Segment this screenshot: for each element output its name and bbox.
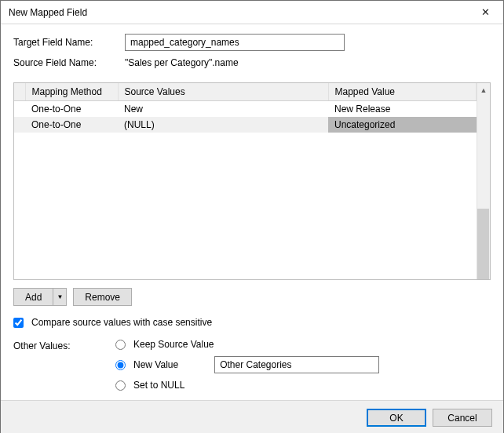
add-dropdown-arrow[interactable]: ▼: [53, 289, 66, 305]
target-field-row: Target Field Name:: [13, 34, 491, 51]
ok-button[interactable]: OK: [367, 409, 426, 427]
cell-mapping-method: One-to-One: [25, 101, 118, 118]
close-button[interactable]: ✕: [468, 1, 503, 24]
table-buttons-row: Add ▼ Remove: [13, 288, 491, 306]
cancel-button[interactable]: Cancel: [433, 409, 492, 427]
table-header-row: Mapping Method Source Values Mapped Valu…: [14, 83, 477, 101]
case-sensitive-row: Compare source values with case sensitiv…: [13, 317, 491, 328]
mapping-table[interactable]: Mapping Method Source Values Mapped Valu…: [14, 83, 477, 279]
radio-set-null-label[interactable]: Set to NULL: [133, 380, 184, 391]
radio-keep-source-label[interactable]: Keep Source Value: [133, 339, 214, 350]
table-row[interactable]: One-to-One New New Release: [14, 101, 477, 118]
other-values-label: Other Values:: [13, 339, 115, 391]
source-field-value: "Sales per Category".name: [125, 57, 239, 68]
case-sensitive-checkbox[interactable]: [13, 318, 24, 328]
cell-mapped-value: New Release: [328, 101, 477, 118]
radio-set-null[interactable]: [115, 380, 126, 391]
titlebar: New Mapped Field ✕: [1, 1, 503, 24]
dialog-footer: OK Cancel: [1, 400, 503, 433]
col-handle-header: [14, 83, 25, 101]
col-mapped-value-header[interactable]: Mapped Value: [328, 83, 477, 101]
remove-button[interactable]: Remove: [73, 288, 132, 306]
radio-new-value-label[interactable]: New Value: [133, 359, 178, 370]
cell-mapping-method: One-to-One: [25, 117, 118, 133]
scroll-up-icon[interactable]: ▲: [480, 85, 488, 96]
dialog-window: New Mapped Field ✕ Target Field Name: So…: [0, 0, 504, 433]
col-mapping-method-header[interactable]: Mapping Method: [25, 83, 118, 101]
chevron-down-icon: ▼: [57, 293, 63, 300]
cell-source-value: (NULL): [118, 117, 328, 133]
table-row[interactable]: One-to-One (NULL) Uncategorized: [14, 117, 477, 133]
cell-mapped-value: Uncategorized: [328, 117, 477, 133]
scroll-thumb[interactable]: [477, 209, 489, 279]
close-icon: ✕: [481, 6, 490, 18]
window-title: New Mapped Field: [9, 7, 87, 18]
case-sensitive-label[interactable]: Compare source values with case sensitiv…: [31, 317, 212, 328]
cell-source-value: New: [118, 101, 328, 118]
dialog-content: Target Field Name: Source Field Name: "S…: [1, 24, 503, 400]
radio-new-value[interactable]: [115, 360, 126, 370]
new-value-input[interactable]: [214, 356, 379, 373]
other-values-radio-group: Keep Source Value New Value Set to NULL: [115, 339, 379, 391]
other-values-section: Other Values: Keep Source Value New Valu…: [13, 339, 491, 391]
col-source-values-header[interactable]: Source Values: [118, 83, 328, 101]
source-field-row: Source Field Name: "Sales per Category".…: [13, 57, 491, 68]
target-field-input[interactable]: [125, 34, 345, 51]
target-field-label: Target Field Name:: [13, 37, 125, 48]
mapping-table-container: Mapping Method Source Values Mapped Valu…: [13, 82, 491, 280]
radio-keep-source[interactable]: [115, 340, 126, 350]
add-split-button[interactable]: Add ▼: [13, 288, 67, 306]
source-field-label: Source Field Name:: [13, 57, 125, 68]
add-button-label: Add: [14, 289, 53, 305]
